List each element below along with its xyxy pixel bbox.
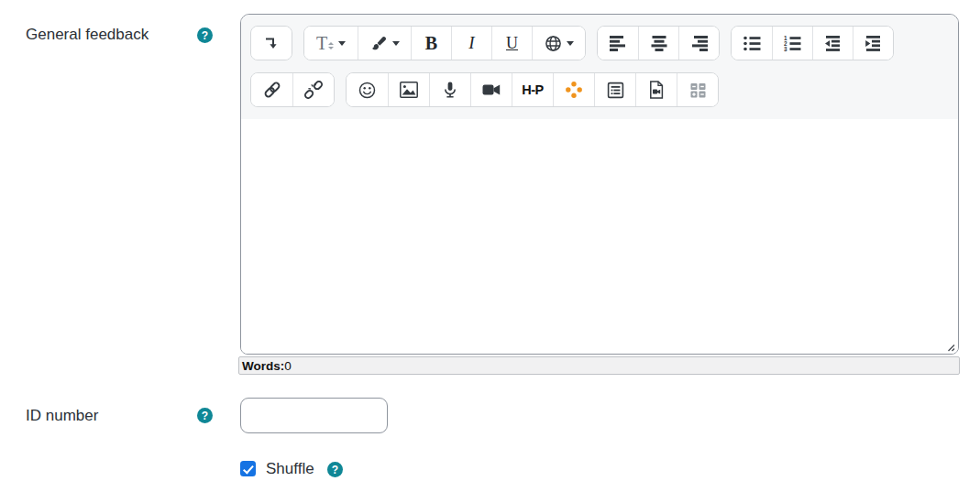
toolbar-row-2: H-P	[250, 72, 949, 107]
align-left-icon	[610, 36, 626, 51]
grid-plus-minus-icon	[689, 82, 707, 99]
clipboard-form-icon	[607, 82, 624, 99]
general-feedback-editor: T B I U	[240, 14, 959, 355]
outdent-button[interactable]	[812, 27, 853, 60]
question-mark-glyph: ?	[202, 410, 208, 422]
toolbar-row-1: T B I U	[250, 26, 949, 60]
words-label: Words:	[242, 359, 284, 373]
question-mark-glyph: ?	[202, 29, 208, 42]
insert-image-button[interactable]	[388, 73, 429, 106]
video-camera-icon	[482, 82, 501, 97]
insert-group: H-P	[346, 72, 719, 107]
align-left-button[interactable]	[598, 27, 638, 60]
media-document-button[interactable]	[635, 73, 677, 106]
chevron-down-icon	[392, 41, 400, 46]
editor-resize-handle[interactable]	[944, 341, 955, 352]
plugin-dots-button[interactable]	[553, 73, 594, 106]
h5p-icon: H-P	[522, 82, 543, 97]
general-feedback-help-icon[interactable]: ?	[197, 27, 213, 43]
image-icon	[400, 82, 418, 98]
unlink-icon	[304, 81, 323, 99]
shuffle-checkbox[interactable]	[240, 461, 256, 476]
collapse-arrow-icon	[263, 35, 280, 51]
media-document-icon	[648, 81, 665, 99]
indent-icon	[864, 36, 882, 51]
orange-dots-icon	[565, 81, 583, 99]
bold-icon: B	[425, 33, 437, 54]
link-icon	[263, 81, 281, 99]
ordered-list-button[interactable]: 123	[772, 27, 812, 60]
shuffle-label: Shuffle	[266, 460, 314, 478]
align-center-icon	[651, 36, 667, 51]
align-right-icon	[691, 36, 708, 51]
format-group: T B I U	[303, 26, 586, 60]
link-group	[250, 72, 335, 107]
grid-tool-button-disabled[interactable]	[677, 73, 718, 106]
list-group: 123	[731, 26, 894, 60]
align-right-button[interactable]	[678, 27, 719, 60]
text-styles-button[interactable]	[358, 27, 411, 60]
paintbrush-icon	[370, 35, 388, 52]
collapse-toolbar-button[interactable]	[251, 27, 292, 60]
microphone-icon	[441, 81, 459, 99]
emoji-icon	[358, 82, 376, 99]
emoji-button[interactable]	[347, 73, 388, 106]
unordered-list-button[interactable]	[732, 27, 772, 60]
title-letter-icon: T	[316, 34, 327, 52]
h5p-button[interactable]: H-P	[512, 73, 553, 106]
italic-icon: I	[468, 33, 474, 53]
words-value: 0	[284, 359, 292, 373]
question-mark-glyph: ?	[332, 464, 338, 476]
numbered-list-icon: 123	[784, 36, 801, 51]
chevron-down-icon	[567, 41, 574, 46]
editor-content-area[interactable]	[241, 119, 958, 355]
general-feedback-label: General feedback	[26, 26, 149, 44]
record-video-button[interactable]	[470, 73, 512, 106]
globe-icon	[545, 35, 562, 52]
align-center-button[interactable]	[638, 27, 678, 60]
shuffle-help-icon[interactable]: ?	[327, 462, 343, 477]
svg-text:3: 3	[784, 46, 787, 51]
chevron-down-icon	[338, 41, 346, 46]
outdent-icon	[824, 36, 842, 51]
title-size-arrows-icon	[328, 42, 334, 49]
indent-button[interactable]	[853, 27, 893, 60]
link-button[interactable]	[251, 73, 292, 106]
id-number-help-icon[interactable]: ?	[197, 408, 213, 423]
underline-button[interactable]: U	[491, 27, 532, 60]
form-template-button[interactable]	[594, 73, 635, 106]
id-number-input[interactable]	[240, 398, 388, 433]
bullet-list-icon	[743, 36, 761, 51]
paragraph-title-button[interactable]: T	[304, 27, 358, 60]
editor-toolbar: T B I U	[241, 15, 958, 119]
italic-button[interactable]: I	[451, 27, 491, 60]
collapse-group	[250, 26, 292, 60]
bold-button[interactable]: B	[411, 27, 451, 60]
underline-icon: U	[506, 34, 518, 53]
word-count-bar: Words:0	[238, 356, 960, 375]
id-number-label: ID number	[26, 407, 98, 425]
record-audio-button[interactable]	[429, 73, 470, 106]
align-group	[597, 26, 720, 60]
language-button[interactable]	[532, 27, 585, 60]
unlink-button[interactable]	[292, 73, 334, 106]
